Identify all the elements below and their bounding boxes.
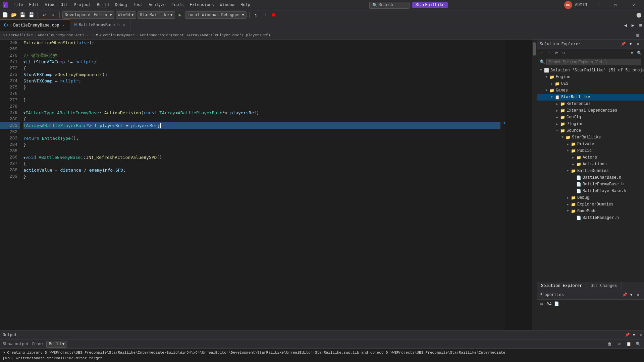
menu-file[interactable]: File	[11, 0, 26, 10]
global-search-box[interactable]: 🔍 Search	[369, 2, 410, 9]
tree-animations[interactable]: ▶ 📁 Animations	[537, 161, 644, 168]
tree-private[interactable]: ▶ 📁 Private	[537, 141, 644, 147]
menu-project[interactable]: Project	[71, 0, 93, 10]
collapse-all-btn[interactable]: ⊟	[634, 32, 641, 39]
props-az-btn[interactable]: AZ	[546, 300, 552, 307]
breadcrumb-class[interactable]: ABattleEnemyBase	[99, 33, 135, 37]
menu-tools[interactable]: Tools	[169, 0, 186, 10]
tree-engine[interactable]: ▼ 📁 Engine	[537, 74, 644, 80]
tree-battlemanager[interactable]: 📄 BattleManager.h	[537, 215, 644, 221]
tab-scroll-right[interactable]: ▶	[629, 21, 637, 29]
tree-ues[interactable]: ▶ 📁 UES	[537, 80, 644, 87]
breadcrumb-part2[interactable]: ABattleEnemyBase.Acti...	[38, 33, 91, 37]
se-search-input[interactable]	[546, 59, 641, 65]
tree-starraillike[interactable]: ▼ 📋 StarRailLike	[537, 94, 644, 101]
tree-battlecharbase[interactable]: 📄 BattleCharBase.h	[537, 174, 644, 181]
tab-scroll-left[interactable]: ◀	[622, 21, 629, 29]
tree-public[interactable]: ▼ 📁 Public	[537, 147, 644, 154]
new-file-btn[interactable]: 📄	[1, 11, 9, 19]
tree-actors[interactable]: ▶ 📁 Actors	[537, 154, 644, 161]
ext-deps-label: External Dependencies	[567, 108, 617, 113]
menu-debug[interactable]: Debug	[112, 0, 129, 10]
menu-build[interactable]: Build	[94, 0, 111, 10]
tree-references[interactable]: ▶ 📁 References	[537, 101, 644, 107]
tree-games[interactable]: ▼ 📁 Games	[537, 87, 644, 94]
tree-ext-deps[interactable]: ▶ 📁 External Dependencies	[537, 107, 644, 114]
save-btn[interactable]: 💾	[19, 11, 26, 19]
tree-plugins[interactable]: ▶ 📁 Plugins	[537, 121, 644, 127]
output-clear-btn[interactable]: 🗑	[606, 341, 613, 348]
se-close-btn[interactable]: ✕	[635, 41, 641, 48]
output-copy-btn[interactable]: 📋	[625, 341, 632, 348]
open-file-btn[interactable]: 📂	[10, 11, 17, 19]
se-bottom-tab-git[interactable]: Git Changes	[586, 282, 621, 290]
se-pin-btn[interactable]: 📌	[620, 41, 627, 48]
save-all-btn[interactable]: 💾	[28, 11, 35, 19]
tree-battledummies[interactable]: ▼ 📁 BattleDummies	[537, 168, 644, 174]
output-wrap-btn[interactable]: ⏎	[616, 341, 623, 348]
se-sync-btn[interactable]: ⟳	[553, 50, 560, 56]
split-editor-btn[interactable]: ⊞	[637, 21, 644, 29]
tree-source-srl[interactable]: ▼ 📁 StarRailLike	[537, 134, 644, 141]
code-line-286: ▼void ABattleEnemyBase::INT_RefreshActio…	[23, 154, 500, 161]
output-source-dropdown[interactable]: Build ▼	[46, 341, 67, 348]
menu-git[interactable]: Git	[58, 0, 70, 10]
props-close-btn[interactable]: ✕	[635, 292, 641, 298]
props-dropdown-btn[interactable]: ▼	[628, 292, 635, 298]
se-back-btn[interactable]: ←	[538, 50, 545, 56]
tree-gamemode[interactable]: ▼ 📁 GameMode	[537, 208, 644, 215]
menu-extensions[interactable]: Extensions	[187, 0, 217, 10]
break-btn[interactable]: ⏸	[261, 11, 268, 19]
tree-battleenemybase[interactable]: 📄 BattleEnemyBase.h	[537, 181, 644, 188]
stop-btn[interactable]: ⏹	[270, 11, 277, 19]
breadcrumb-method[interactable]: ActionDecision(const TArray<ABattlePlaye…	[140, 33, 270, 37]
props-pin-btn[interactable]: 📌	[621, 292, 628, 298]
props-prop-pages-btn[interactable]: 📄	[553, 300, 560, 307]
menu-edit[interactable]: Edit	[26, 0, 42, 10]
output-close-btn[interactable]: ✕	[637, 332, 644, 339]
tree-explorerdummies[interactable]: ▶ 📁 ExplorerDummies	[537, 201, 644, 208]
output-pin-btn[interactable]: 📌	[624, 332, 631, 339]
output-dropdown-btn[interactable]: ▼	[631, 332, 637, 339]
tab-cpp-close[interactable]: ✕	[61, 23, 66, 28]
tree-config[interactable]: ▶ 📁 Config	[537, 114, 644, 121]
output-find-btn[interactable]: 🔍	[635, 341, 641, 348]
redo-btn[interactable]: ↪	[49, 11, 57, 19]
config-dropdown[interactable]: Development Editor ▼	[62, 11, 114, 19]
tab-h-close[interactable]: ✕	[122, 23, 126, 27]
tree-solution[interactable]: ▼ ⬜ Solution 'StarRailLike' (51 of 51 pr…	[537, 67, 644, 74]
undo-btn[interactable]: ↩	[41, 11, 48, 19]
tree-battleplayerbase[interactable]: 📄 BattlePlayerBase.h	[537, 188, 644, 194]
se-collapse-btn[interactable]: ⊟	[560, 50, 567, 56]
code-text[interactable]: ExtraActionWhenStun(false); // 销毁晕眩特效 ▼i…	[20, 40, 504, 330]
platform-dropdown[interactable]: Win64 ▼	[116, 11, 136, 19]
menu-help[interactable]: Help	[238, 0, 253, 10]
scrollbar-thumb[interactable]	[533, 42, 536, 56]
props-categories-btn[interactable]: ▤	[538, 300, 545, 307]
tab-battleenemybase-h[interactable]: H BattleEnemyBase.h ✕	[70, 19, 131, 31]
debugger-dropdown[interactable]: Local Windows Debugger ▼	[185, 11, 247, 19]
se-bottom-tab-se[interactable]: Solution Explorer	[537, 282, 586, 290]
bd-expand-icon: ▼	[565, 168, 571, 174]
refresh-btn[interactable]: ↻	[252, 11, 260, 19]
se-dropdown-btn[interactable]: ▼	[627, 41, 634, 48]
project-dropdown[interactable]: StarRailLike ▼	[138, 11, 175, 19]
minimize-button[interactable]: —	[590, 0, 605, 10]
editor-scrollbar[interactable]	[532, 40, 537, 330]
se-settings-btn[interactable]: ⚙	[629, 50, 635, 56]
close-button[interactable]: ✕	[626, 0, 641, 10]
tree-source[interactable]: ▼ 📁 Source	[537, 127, 644, 134]
menu-analyze[interactable]: Analyze	[146, 0, 168, 10]
se-filter-btn[interactable]: 🔍	[636, 50, 643, 56]
se-forward-btn[interactable]: →	[546, 50, 552, 56]
menu-view[interactable]: View	[42, 0, 57, 10]
start-debug-btn[interactable]: ▶	[176, 11, 184, 19]
maximize-button[interactable]: ☐	[608, 0, 623, 10]
tree-debug[interactable]: ▶ 📁 Debug	[537, 194, 644, 201]
menu-window[interactable]: Window	[217, 0, 237, 10]
ref-folder-icon: 📁	[560, 101, 565, 107]
code-line-273: StunVFXComp->DestroyComponent();	[23, 71, 500, 78]
tab-battleenemybase-cpp[interactable]: C++ BattleEnemyBase.cpp ✕	[0, 19, 70, 31]
breadcrumb-part1[interactable]: StarRailLike	[6, 33, 33, 37]
menu-test[interactable]: Test	[130, 0, 146, 10]
